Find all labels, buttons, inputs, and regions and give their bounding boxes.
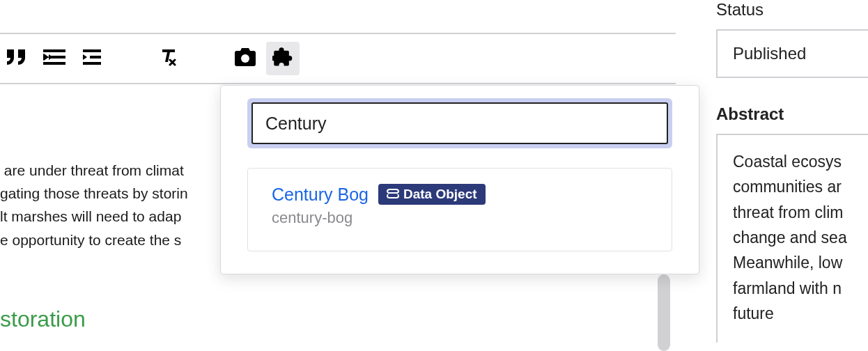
outdent-icon	[43, 49, 65, 68]
object-insert-popup: Century Bog Data Object century-bog	[220, 85, 699, 274]
outdent-button[interactable]	[38, 42, 71, 75]
camera-icon	[235, 48, 256, 70]
abstract-field[interactable]: Coastal ecosys communities ar threat fro…	[716, 134, 868, 343]
editor-heading-fragment[interactable]: storation	[0, 306, 86, 332]
quote-icon	[7, 49, 26, 68]
svg-rect-4	[90, 56, 101, 58]
editor-body-fragment[interactable]: are under threat from climat gating thos…	[0, 159, 230, 251]
indent-icon	[83, 49, 101, 68]
editor-toolbar	[0, 34, 676, 84]
clear-format-icon	[160, 48, 178, 70]
database-icon	[387, 189, 399, 200]
status-label: Status	[716, 0, 868, 20]
badge-label: Data Object	[403, 187, 477, 202]
puzzle-icon	[272, 47, 293, 71]
result-type-badge: Data Object	[378, 184, 486, 205]
scrollbar-thumb[interactable]	[658, 274, 670, 351]
indent-button[interactable]	[75, 42, 109, 75]
properties-sidebar: Status Published Abstract Coastal ecosys…	[716, 0, 868, 351]
svg-point-6	[241, 54, 249, 63]
object-search-input[interactable]	[251, 102, 668, 144]
clear-format-button[interactable]	[152, 42, 185, 75]
search-wrap	[247, 98, 672, 148]
abstract-label: Abstract	[716, 104, 868, 124]
svg-rect-0	[47, 49, 65, 52]
svg-rect-1	[54, 56, 65, 58]
status-field[interactable]: Published	[716, 29, 868, 78]
image-button[interactable]	[228, 42, 262, 75]
quote-button[interactable]	[0, 42, 33, 75]
svg-rect-3	[83, 49, 101, 52]
result-slug: century-bog	[272, 209, 648, 227]
search-result-item[interactable]: Century Bog Data Object century-bog	[247, 168, 672, 251]
svg-rect-2	[47, 62, 65, 65]
svg-rect-5	[83, 62, 101, 65]
result-title: Century Bog	[272, 185, 369, 205]
insert-object-button[interactable]	[266, 42, 300, 75]
